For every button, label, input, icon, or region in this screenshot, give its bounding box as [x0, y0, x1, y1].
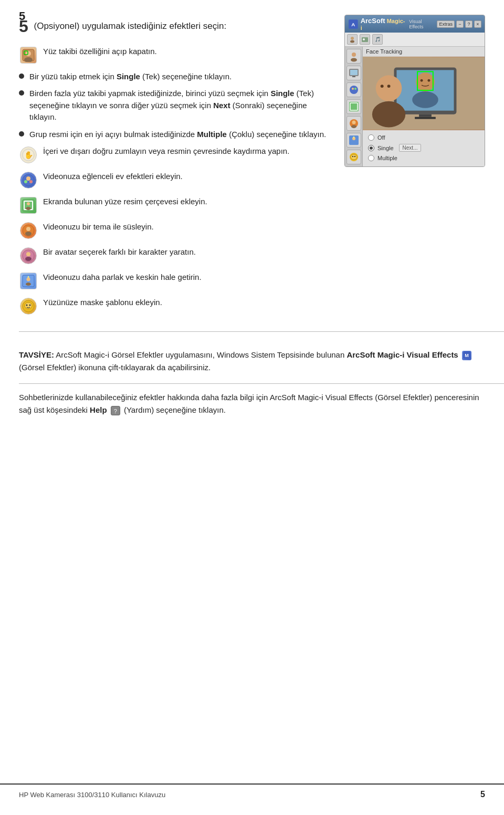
frame-icon-box: [19, 196, 38, 215]
toolbar-btn-1[interactable]: [347, 34, 358, 45]
svg-rect-37: [350, 70, 358, 75]
question-button[interactable]: ?: [465, 20, 472, 28]
arcsoft-title-text: ArcSoft Magic-i: [361, 17, 406, 31]
enhance-text: Videonuzu daha parlak ve keskin hale get…: [43, 271, 332, 284]
svg-point-1: [26, 51, 31, 56]
main-content: 5 (Opsiyonel) uygulamak istediğiniz efek…: [0, 5, 504, 322]
svg-point-8: [24, 180, 27, 183]
tip-prefix: TAVSİYE:: [19, 350, 54, 359]
avatar-icon-box: [19, 246, 38, 265]
sidebar-icon-5[interactable]: [346, 116, 361, 131]
divider-1: [19, 331, 504, 332]
enhance-icon-box: [19, 271, 38, 290]
svg-rect-63: [415, 117, 436, 119]
svg-point-66: [381, 85, 384, 88]
bullet-text-3: Grup resmi için en iyi açıyı bulmak iste…: [29, 129, 332, 141]
face-track-row: Yüz takibi özelliğini açıp kapatın.: [19, 46, 332, 65]
svg-rect-32: [362, 37, 368, 42]
toolbar-btn-2[interactable]: [360, 34, 370, 45]
mask-row: Yüzünüze maske şablonu ekleyin.: [19, 297, 332, 316]
svg-point-26: [26, 305, 28, 306]
effects-icon: [20, 172, 37, 189]
svg-rect-62: [419, 114, 432, 117]
bullet-text-2: Birden fazla yüz takibi yapmak istediğin…: [29, 88, 332, 123]
face-track-icon: [20, 47, 37, 64]
radio-multiple-label: Multiple: [377, 155, 397, 161]
frame-row: Ekranda bulunan yüze resim çerçevesi ekl…: [19, 196, 332, 215]
minimize-button[interactable]: −: [456, 20, 464, 28]
left-column: 5 (Opsiyonel) uygulamak istediğiniz efek…: [19, 15, 332, 322]
footer-label: HP Web Kamerası 3100/3110 Kullanıcı Kıla…: [19, 791, 165, 799]
arcsoft-sidebar: [345, 47, 363, 166]
face-tracking-label: Face Tracking: [363, 47, 485, 57]
radio-single: Single Next...: [368, 144, 479, 152]
svg-text:M: M: [465, 353, 469, 358]
theme-icon-box: [19, 221, 38, 240]
radio-off: Off: [368, 134, 479, 141]
page-wrapper: 5 5 (Opsiyonel) uygulamak istediğiniz ef…: [0, 0, 504, 815]
tip-product-icon: M: [462, 351, 471, 360]
zoom-text: İçeri ve dışarı doğru zumlayın veya resm…: [43, 145, 332, 158]
effects-text: Videonuza eğlenceli ev efektleri ekleyin…: [43, 171, 332, 183]
toolbar-btn-3[interactable]: 🎵: [372, 34, 383, 45]
svg-point-58: [412, 91, 438, 108]
sidebar-icon-6[interactable]: [346, 133, 361, 148]
svg-point-45: [352, 121, 355, 124]
page-number-top: 5: [19, 9, 25, 23]
face-preview-bg: [363, 57, 485, 130]
bullet-dot-2: [19, 90, 24, 96]
bottom-text-2: (Yardım) seçeneğine tıklayın.: [124, 405, 226, 414]
page-number-bottom: 5: [480, 790, 485, 799]
page-footer: HP Web Kamerası 3100/3110 Kullanıcı Kıla…: [0, 783, 504, 804]
bullet-dot-3: [19, 131, 24, 137]
sidebar-icon-2[interactable]: [346, 66, 361, 80]
sidebar-icon-3[interactable]: [346, 82, 361, 97]
svg-point-34: [352, 53, 356, 57]
camera-preview-svg: [363, 57, 485, 130]
svg-point-51: [351, 154, 357, 160]
bottom-bold-help: Help: [90, 405, 107, 414]
tip-text-2: (Görsel Efektler) ikonuna çift-tıklayara…: [19, 363, 211, 372]
effects-row: Videonuza eğlenceli ev efektleri ekleyin…: [19, 171, 332, 190]
svg-point-41: [354, 88, 356, 90]
arcsoft-title-left: A ArcSoft Magic-i Visual Effects: [348, 17, 437, 31]
radio-single-input[interactable]: [368, 145, 374, 151]
radio-single-label: Single: [377, 145, 394, 151]
next-button[interactable]: Next...: [399, 144, 422, 152]
close-button[interactable]: ×: [474, 20, 481, 28]
arcsoft-brand: ArcSoft: [361, 17, 385, 25]
bullet-bold-single-1: Single: [117, 72, 140, 81]
extras-label[interactable]: Extras: [437, 20, 455, 28]
sidebar-icon-4[interactable]: [346, 99, 361, 114]
svg-text:A: A: [351, 21, 355, 27]
arcsoft-subtitle: Visual Effects: [409, 19, 437, 29]
svg-point-46: [351, 125, 356, 128]
svg-point-33: [363, 38, 365, 40]
sidebar-icon-1[interactable]: [346, 49, 361, 64]
svg-point-39: [350, 86, 358, 94]
avatar-text: Bir avatar seçerek farklı bir karakter y…: [43, 246, 332, 258]
radio-group: Off Single Next...: [368, 134, 479, 161]
svg-point-21: [27, 278, 30, 281]
arcsoft-inner: Face Tracking: [345, 47, 485, 166]
svg-point-19: [25, 257, 32, 261]
svg-point-22: [26, 283, 31, 286]
face-track-icon-box: [19, 46, 38, 65]
arcsoft-titlebar: A ArcSoft Magic-i Visual Effects Extras …: [345, 15, 485, 33]
enhance-icon: [20, 273, 37, 289]
bullet-item-3: Grup resmi için en iyi açıyı bulmak iste…: [19, 129, 332, 141]
camera-preview: [363, 57, 485, 130]
radio-off-input[interactable]: [368, 134, 374, 141]
radio-multiple-input[interactable]: [368, 155, 374, 161]
tip-text-1: ArcSoft Magic-i Görsel Efektler uygulama…: [56, 350, 346, 359]
svg-point-64: [376, 75, 402, 101]
bullet-bold-next: Next: [213, 101, 230, 110]
svg-point-59: [421, 79, 423, 82]
svg-point-67: [387, 85, 391, 88]
effects-icon-box: [19, 171, 38, 190]
help-icon: ?: [111, 406, 120, 415]
sidebar-icon-7[interactable]: [346, 150, 361, 164]
tip-product-bold: ArcSoft Magic-i Visual Effects: [346, 350, 458, 359]
right-column: A ArcSoft Magic-i Visual Effects Extras …: [344, 15, 485, 322]
divider-2: [19, 383, 504, 384]
